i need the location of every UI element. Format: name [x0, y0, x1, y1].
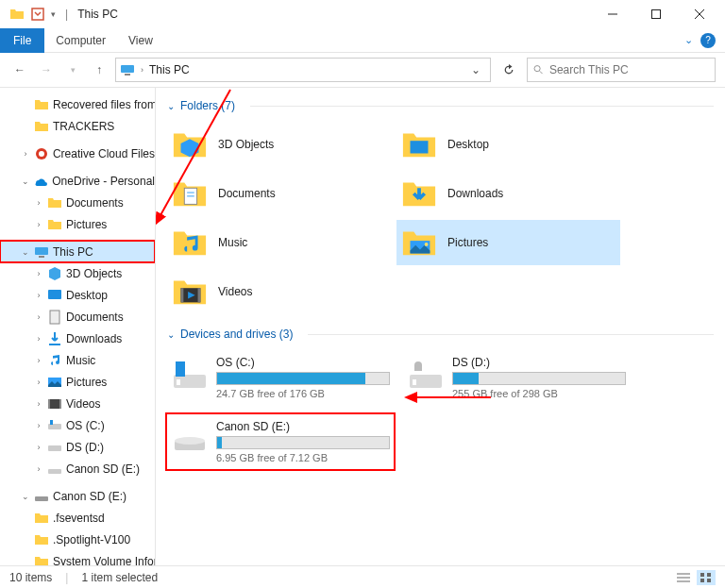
sidebar-label: Music	[66, 354, 95, 367]
sidebar-item-od-documents[interactable]: ›Documents	[0, 192, 155, 213]
sidebar-item-trackers[interactable]: TRACKERS	[0, 115, 155, 137]
folder-videos[interactable]: Videos	[167, 269, 391, 314]
status-item-count: 10 items	[9, 571, 52, 584]
drive-free-text: 255 GB free of 298 GB	[452, 388, 626, 399]
details-view-button[interactable]	[674, 570, 693, 585]
svg-rect-45	[700, 573, 704, 577]
navigation-bar: ← → ▾ ↑ › This PC ⌄	[0, 53, 725, 87]
svg-rect-5	[121, 65, 134, 73]
svg-rect-13	[48, 290, 61, 299]
icons-view-button[interactable]	[697, 570, 716, 585]
svg-point-29	[425, 243, 429, 246]
sidebar-item-downloads[interactable]: ›Downloads	[0, 328, 155, 349]
sidebar-item-music[interactable]: ›Music	[0, 349, 155, 371]
sidebar-label: System Volume Inform	[53, 555, 156, 566]
ribbon-collapse-icon[interactable]: ⌄	[684, 34, 693, 46]
sidebar-item-canon-sd-e[interactable]: ›Canon SD (E:)	[0, 458, 155, 479]
tab-view[interactable]: View	[117, 30, 164, 51]
tab-computer[interactable]: Computer	[44, 30, 117, 51]
folder-desktop[interactable]: Desktop	[396, 122, 620, 167]
sidebar-item-spotlight[interactable]: .Spotlight-V100	[0, 529, 155, 550]
file-tab[interactable]: File	[0, 28, 44, 53]
sidebar-item-od-pictures[interactable]: ›Pictures	[0, 213, 155, 235]
close-button[interactable]	[678, 0, 721, 28]
sidebar-item-3d-objects[interactable]: ›3D Objects	[0, 262, 155, 284]
sidebar-item-pictures[interactable]: ›Pictures	[0, 371, 155, 393]
sidebar-item-ds-d[interactable]: ›DS (D:)	[0, 436, 155, 458]
group-label: Devices and drives (3)	[180, 328, 293, 341]
search-box[interactable]	[527, 58, 716, 82]
sidebar-label: Documents	[66, 311, 124, 324]
properties-icon[interactable]	[30, 7, 45, 22]
folder-3d-objects[interactable]: 3D Objects	[167, 122, 391, 167]
svg-rect-2	[652, 10, 661, 19]
breadcrumb-divider[interactable]: ›	[141, 65, 143, 75]
sidebar-item-creative-cloud[interactable]: ›Creative Cloud Files	[0, 143, 155, 164]
up-button[interactable]: ↑	[89, 59, 110, 80]
chevron-down-icon: ⌄	[167, 329, 175, 340]
sidebar-item-os-c[interactable]: ›OS (C:)	[0, 414, 155, 436]
back-button[interactable]: ←	[9, 59, 30, 80]
drive-free-text: 24.7 GB free of 176 GB	[216, 388, 390, 399]
address-dropdown-icon[interactable]: ⌄	[465, 63, 486, 76]
sidebar-item-videos[interactable]: ›Videos	[0, 393, 155, 414]
svg-rect-12	[39, 256, 44, 258]
item-label: Pictures	[447, 236, 488, 249]
svg-rect-34	[176, 361, 185, 377]
this-pc-icon	[34, 244, 49, 260]
group-drives[interactable]: ⌄ Devices and drives (3)	[167, 328, 714, 341]
folder-pictures[interactable]: Pictures	[396, 220, 620, 265]
drive-os-c[interactable]: OS (C:) 24.7 GB free of 176 GB	[167, 350, 394, 405]
sidebar-label: Pictures	[66, 376, 107, 389]
sidebar-item-sysvol[interactable]: System Volume Inform	[0, 550, 155, 565]
group-folders[interactable]: ⌄ Folders (7)	[167, 99, 714, 112]
3d-objects-icon	[171, 126, 209, 163]
svg-rect-31	[181, 288, 184, 302]
recent-dropdown-icon[interactable]: ▾	[62, 59, 83, 80]
sidebar-label: .fseventsd	[53, 512, 105, 525]
creative-cloud-icon	[34, 146, 49, 161]
svg-rect-24	[411, 141, 429, 153]
pictures-icon	[400, 224, 438, 261]
navigation-pane[interactable]: Recovered files from TRACKERS ›Creative …	[0, 88, 156, 565]
sidebar-item-desktop[interactable]: ›Desktop	[0, 284, 155, 306]
item-label: Desktop	[447, 138, 489, 151]
item-label: 3D Objects	[218, 138, 274, 151]
drive-usage-bar	[216, 436, 390, 449]
folder-documents[interactable]: Documents	[167, 171, 391, 216]
sd-card-icon	[34, 489, 49, 504]
downloads-icon	[400, 175, 438, 212]
drive-icon	[407, 356, 445, 394]
forward-button[interactable]: →	[36, 59, 57, 80]
drive-icon	[47, 440, 62, 455]
content-pane[interactable]: ⌄ Folders (7) 3D Objects Desktop Documen…	[156, 88, 725, 565]
minimize-button[interactable]	[591, 0, 634, 28]
sidebar-item-recovered[interactable]: Recovered files from	[0, 93, 155, 115]
svg-rect-16	[48, 399, 61, 409]
drive-name: Canon SD (E:)	[216, 420, 390, 433]
refresh-button[interactable]	[497, 58, 521, 82]
sidebar-label: Canon SD (E:)	[53, 490, 126, 503]
sidebar-item-documents[interactable]: ›Documents	[0, 306, 155, 328]
sidebar-item-onedrive[interactable]: ⌄OneDrive - Personal	[0, 170, 155, 192]
sidebar-item-this-pc[interactable]: ⌄This PC	[0, 241, 155, 262]
sidebar-item-canon-sd[interactable]: ⌄Canon SD (E:)	[0, 485, 155, 507]
documents-icon	[47, 310, 62, 325]
address-bar[interactable]: › This PC ⌄	[115, 58, 491, 82]
maximize-button[interactable]	[634, 0, 678, 28]
search-input[interactable]	[549, 63, 709, 76]
help-icon[interactable]: ?	[700, 33, 716, 48]
breadcrumb[interactable]: This PC	[147, 63, 192, 76]
item-label: Documents	[218, 187, 276, 200]
title-bar: ▾ | This PC	[0, 0, 725, 28]
drive-canon-sd-e[interactable]: Canon SD (E:) 6.95 GB free of 7.12 GB	[167, 414, 394, 469]
drive-ds-d[interactable]: DS (D:) 255 GB free of 298 GB	[403, 350, 630, 405]
qat-dropdown-icon[interactable]: ▾	[51, 9, 56, 19]
window-title: This PC	[77, 8, 118, 21]
sidebar-label: Desktop	[66, 289, 108, 302]
status-selected-count: 1 item selected	[81, 571, 158, 584]
sidebar-item-fseventsd[interactable]: .fseventsd	[0, 507, 155, 529]
folder-downloads[interactable]: Downloads	[396, 171, 620, 216]
folder-music[interactable]: Music	[167, 220, 391, 265]
group-divider	[250, 106, 714, 107]
